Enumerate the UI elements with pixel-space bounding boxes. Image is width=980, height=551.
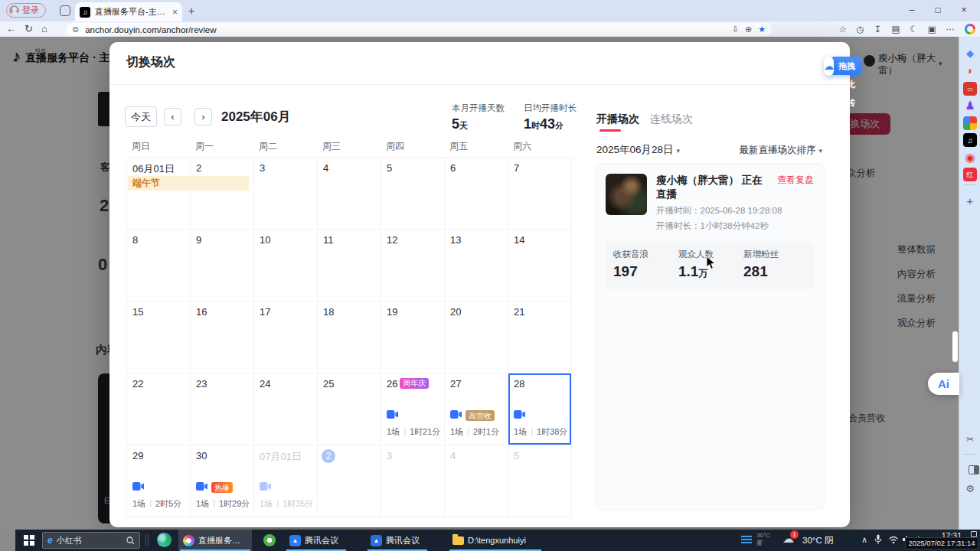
action-center-icon[interactable] [971,531,977,537]
review-link[interactable]: 查看复盘 [777,174,814,187]
taskbar-app[interactable]: D:\tengxunhuiyi [448,530,543,551]
taskbar-app[interactable]: ▲腾讯会议 [285,530,348,551]
back-icon[interactable]: ← [6,21,16,37]
session-card[interactable]: 瘦小梅（胖大雷） 正在直播 查看复盘 开播时间：2025-06-28 19:28… [606,174,814,232]
google-profile-icon[interactable] [965,24,975,34]
calendar-cell-5[interactable]: 5 [508,445,572,517]
more-icon[interactable]: ⋯ [946,24,956,34]
page-scrollbar[interactable] [952,331,958,362]
calendar-cell-6[interactable]: 6 [445,158,508,230]
calendar-cell-18[interactable]: 18 [318,302,381,373]
site-info-icon[interactable]: ⊜ [72,24,79,34]
calendar-cell-24[interactable]: 24 [254,373,318,445]
browser-tab[interactable]: ♫ 直播服务平台-主播版 × [75,2,182,21]
calendar-cell-23[interactable]: 23 [191,373,254,445]
weather-text[interactable]: 30°C 阴 [802,535,833,546]
theme-moon-icon[interactable]: ☾ [910,24,917,34]
calendar-cell-17[interactable]: 17 [254,302,318,373]
calendar-cell-2[interactable]: 2 [191,158,254,230]
calendar-cell-9[interactable]: 9 [191,230,254,302]
calendar-cell-25[interactable]: 25 [318,373,381,445]
zoom-in-icon[interactable]: ⊕ [745,24,752,34]
calendar-cell-16[interactable]: 16 [191,302,254,373]
calendar-cell-07月01日[interactable]: 07月01日1场|1时35分 [254,445,318,517]
calendar-cell-7[interactable]: 7 [508,158,572,230]
url-bar[interactable]: ⊜ anchor.douyin.com/anchor/review ⇩⊕★ [66,23,772,36]
wifi-icon[interactable] [888,536,899,546]
new-tab-button[interactable]: + [188,5,194,17]
bookmark-outline-icon[interactable]: ☆ [838,24,846,34]
weibo-icon[interactable]: ◉ [963,151,977,165]
taskbar-search-box[interactable]: e 小红书 [42,532,140,549]
browser-profile-chip[interactable]: 登录 [6,3,46,18]
toolbox-icon[interactable]: ▭ [963,82,977,96]
session-summary: 1场|1时35分 [260,498,313,510]
taskbar-app[interactable]: 直播服务平台-主播... [178,530,252,551]
tab-broadcast-sessions[interactable]: 开播场次 [596,112,639,126]
scissors-icon[interactable]: ✂ [963,432,977,446]
tag-icon[interactable]: ◆ [963,46,977,60]
split-view-icon[interactable] [969,465,979,474]
prev-month-button[interactable]: ‹ [164,108,181,126]
today-button[interactable]: 今天 [125,106,157,127]
reload-icon[interactable]: ↻ [24,21,33,37]
rednote-icon[interactable]: 红 [963,168,977,181]
calendar-cell-13[interactable]: 13 [445,230,508,302]
bookmark-filled-icon[interactable]: ★ [758,24,766,34]
sort-dropdown[interactable]: 最新直播场次排序▾ [739,144,822,157]
minimize-button[interactable]: – [899,0,925,21]
calendar-cell-10[interactable]: 10 [254,230,318,302]
calendar-cell-14[interactable]: 14 [508,230,572,302]
calendar-cell-30[interactable]: 30热播1场|1时29分 [191,445,254,517]
ai-assistant-button[interactable]: Ai [928,373,959,395]
download-icon[interactable]: ↧ [874,24,882,34]
history-icon[interactable]: ◷ [857,24,864,34]
home-icon[interactable]: ⌂ [41,21,47,37]
taskbar-app[interactable]: ▲腾讯会议 [366,530,429,551]
day-number: 28 [514,378,524,390]
upload-drop-button[interactable]: ☁ 拖拽至此上传 [824,56,862,76]
calendar-cell-06月01日[interactable]: 06月01日端午节 [127,158,191,230]
restore-button[interactable]: □ [925,0,951,21]
workspace-icon[interactable]: ▣ [928,24,936,34]
calendar-cell-4[interactable]: 4 [318,158,381,230]
calendar-cell-2[interactable]: 2 [318,445,381,517]
calendar-cell-15[interactable]: 15 [127,302,191,373]
start-button[interactable] [24,535,34,546]
add-icon[interactable]: + [963,194,977,207]
edge-browser-icon[interactable] [157,533,172,547]
tab-link-sessions[interactable]: 连线场次 [650,112,693,126]
install-icon[interactable]: ⇩ [732,24,739,34]
show-hidden-icons[interactable]: ∧ [861,535,867,545]
calendar-cell-3[interactable]: 3 [254,158,318,230]
microphone-icon[interactable] [874,534,882,546]
calendar-cell-11[interactable]: 11 [318,230,381,302]
taskbar-app[interactable] [259,530,282,551]
calendar-cell-21[interactable]: 21 [508,302,572,373]
tab-list-icon[interactable] [60,5,70,16]
calendar-cell-27[interactable]: 27高营收1场|2时1分 [445,373,508,445]
close-button[interactable]: × [951,0,977,21]
calendar-cell-26[interactable]: 26周年庆1场|1时21分 [381,373,445,445]
calendar-cell-8[interactable]: 8 [127,230,191,302]
douyin-icon[interactable]: ♫ [963,133,977,147]
calendar-cell-28[interactable]: 281场|1时38分 [508,373,572,445]
calendar-cell-3[interactable]: 3 [381,445,445,517]
taskbar-divider [145,534,146,546]
reading-list-icon[interactable]: ▤ [891,24,900,34]
calendar-cell-5[interactable]: 5 [381,158,445,230]
tray-menu-icon[interactable] [741,536,752,545]
chess-icon[interactable]: ♟ [963,99,977,112]
next-month-button[interactable]: › [194,108,212,126]
slides-icon[interactable]: ◗ [963,64,977,77]
tab-close-icon[interactable]: × [172,7,178,18]
calendar-cell-4[interactable]: 4 [445,445,508,517]
calendar-cell-20[interactable]: 20 [445,302,508,373]
app-grid-icon[interactable] [963,116,977,130]
calendar-cell-19[interactable]: 19 [381,302,445,373]
calendar-cell-22[interactable]: 22 [127,373,191,445]
calendar-cell-12[interactable]: 12 [381,230,445,302]
calendar-cell-29[interactable]: 291场|2时5分 [127,445,191,517]
date-filter-dropdown[interactable]: 2025年06月28日▾ [596,143,680,157]
settings-icon[interactable]: ⚙ [963,481,977,495]
